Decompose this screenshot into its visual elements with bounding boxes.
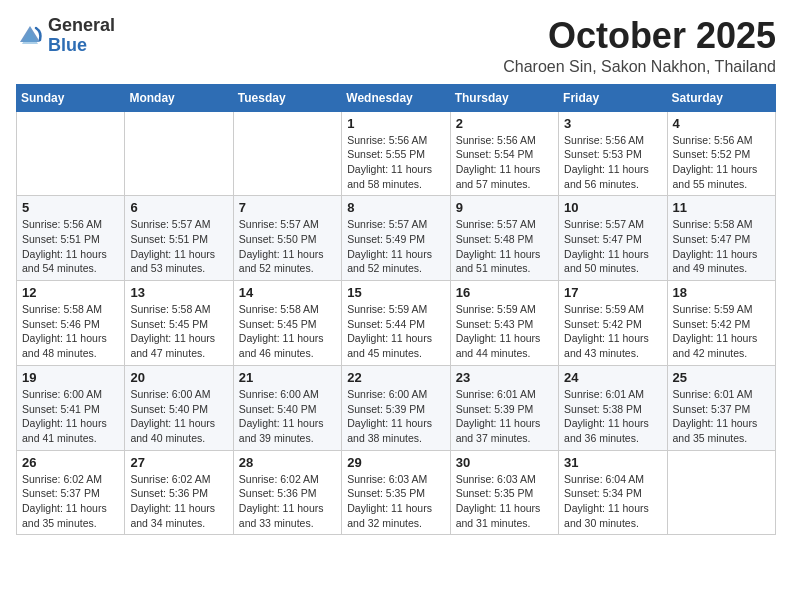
- day-info: Sunrise: 5:56 AM Sunset: 5:51 PM Dayligh…: [22, 217, 119, 276]
- calendar-day-cell: 12Sunrise: 5:58 AM Sunset: 5:46 PM Dayli…: [17, 281, 125, 366]
- day-number: 23: [456, 370, 553, 385]
- weekday-header-cell: Thursday: [450, 84, 558, 111]
- calendar-day-cell: 7Sunrise: 5:57 AM Sunset: 5:50 PM Daylig…: [233, 196, 341, 281]
- day-info: Sunrise: 5:59 AM Sunset: 5:44 PM Dayligh…: [347, 302, 444, 361]
- day-info: Sunrise: 6:02 AM Sunset: 5:36 PM Dayligh…: [130, 472, 227, 531]
- day-number: 2: [456, 116, 553, 131]
- day-info: Sunrise: 5:58 AM Sunset: 5:45 PM Dayligh…: [130, 302, 227, 361]
- calendar-week-row: 19Sunrise: 6:00 AM Sunset: 5:41 PM Dayli…: [17, 365, 776, 450]
- weekday-header-cell: Monday: [125, 84, 233, 111]
- day-info: Sunrise: 5:58 AM Sunset: 5:46 PM Dayligh…: [22, 302, 119, 361]
- calendar-body: 1Sunrise: 5:56 AM Sunset: 5:55 PM Daylig…: [17, 111, 776, 535]
- day-info: Sunrise: 6:01 AM Sunset: 5:39 PM Dayligh…: [456, 387, 553, 446]
- day-info: Sunrise: 5:57 AM Sunset: 5:47 PM Dayligh…: [564, 217, 661, 276]
- day-number: 19: [22, 370, 119, 385]
- day-info: Sunrise: 5:58 AM Sunset: 5:47 PM Dayligh…: [673, 217, 770, 276]
- calendar-day-cell: 10Sunrise: 5:57 AM Sunset: 5:47 PM Dayli…: [559, 196, 667, 281]
- weekday-header-cell: Saturday: [667, 84, 775, 111]
- day-info: Sunrise: 6:03 AM Sunset: 5:35 PM Dayligh…: [456, 472, 553, 531]
- calendar-day-cell: 5Sunrise: 5:56 AM Sunset: 5:51 PM Daylig…: [17, 196, 125, 281]
- day-info: Sunrise: 6:01 AM Sunset: 5:38 PM Dayligh…: [564, 387, 661, 446]
- calendar-day-cell: 15Sunrise: 5:59 AM Sunset: 5:44 PM Dayli…: [342, 281, 450, 366]
- weekday-header-cell: Friday: [559, 84, 667, 111]
- day-number: 9: [456, 200, 553, 215]
- month-title: October 2025: [503, 16, 776, 56]
- calendar-day-cell: 23Sunrise: 6:01 AM Sunset: 5:39 PM Dayli…: [450, 365, 558, 450]
- calendar-day-cell: 28Sunrise: 6:02 AM Sunset: 5:36 PM Dayli…: [233, 450, 341, 535]
- day-number: 20: [130, 370, 227, 385]
- calendar-day-cell: 9Sunrise: 5:57 AM Sunset: 5:48 PM Daylig…: [450, 196, 558, 281]
- calendar-day-cell: 24Sunrise: 6:01 AM Sunset: 5:38 PM Dayli…: [559, 365, 667, 450]
- day-number: 1: [347, 116, 444, 131]
- calendar-day-cell: 20Sunrise: 6:00 AM Sunset: 5:40 PM Dayli…: [125, 365, 233, 450]
- logo-icon: [16, 22, 44, 50]
- day-info: Sunrise: 6:01 AM Sunset: 5:37 PM Dayligh…: [673, 387, 770, 446]
- day-number: 16: [456, 285, 553, 300]
- title-area: October 2025 Charoen Sin, Sakon Nakhon, …: [503, 16, 776, 76]
- day-number: 3: [564, 116, 661, 131]
- day-number: 15: [347, 285, 444, 300]
- calendar-day-cell: 13Sunrise: 5:58 AM Sunset: 5:45 PM Dayli…: [125, 281, 233, 366]
- day-info: Sunrise: 5:56 AM Sunset: 5:54 PM Dayligh…: [456, 133, 553, 192]
- day-info: Sunrise: 6:00 AM Sunset: 5:39 PM Dayligh…: [347, 387, 444, 446]
- day-info: Sunrise: 5:56 AM Sunset: 5:55 PM Dayligh…: [347, 133, 444, 192]
- day-number: 13: [130, 285, 227, 300]
- day-number: 29: [347, 455, 444, 470]
- calendar-day-cell: 8Sunrise: 5:57 AM Sunset: 5:49 PM Daylig…: [342, 196, 450, 281]
- day-info: Sunrise: 5:59 AM Sunset: 5:42 PM Dayligh…: [564, 302, 661, 361]
- calendar-day-cell: 18Sunrise: 5:59 AM Sunset: 5:42 PM Dayli…: [667, 281, 775, 366]
- day-info: Sunrise: 5:59 AM Sunset: 5:43 PM Dayligh…: [456, 302, 553, 361]
- calendar-day-cell: 1Sunrise: 5:56 AM Sunset: 5:55 PM Daylig…: [342, 111, 450, 196]
- day-info: Sunrise: 6:03 AM Sunset: 5:35 PM Dayligh…: [347, 472, 444, 531]
- calendar-day-cell: 31Sunrise: 6:04 AM Sunset: 5:34 PM Dayli…: [559, 450, 667, 535]
- logo: General Blue: [16, 16, 115, 56]
- day-number: 10: [564, 200, 661, 215]
- calendar-day-cell: [233, 111, 341, 196]
- day-info: Sunrise: 6:00 AM Sunset: 5:41 PM Dayligh…: [22, 387, 119, 446]
- day-number: 30: [456, 455, 553, 470]
- calendar-day-cell: 2Sunrise: 5:56 AM Sunset: 5:54 PM Daylig…: [450, 111, 558, 196]
- calendar-week-row: 5Sunrise: 5:56 AM Sunset: 5:51 PM Daylig…: [17, 196, 776, 281]
- day-number: 25: [673, 370, 770, 385]
- day-info: Sunrise: 5:57 AM Sunset: 5:49 PM Dayligh…: [347, 217, 444, 276]
- day-info: Sunrise: 5:57 AM Sunset: 5:50 PM Dayligh…: [239, 217, 336, 276]
- calendar-day-cell: 6Sunrise: 5:57 AM Sunset: 5:51 PM Daylig…: [125, 196, 233, 281]
- day-number: 5: [22, 200, 119, 215]
- calendar-day-cell: 4Sunrise: 5:56 AM Sunset: 5:52 PM Daylig…: [667, 111, 775, 196]
- day-number: 18: [673, 285, 770, 300]
- day-info: Sunrise: 5:56 AM Sunset: 5:53 PM Dayligh…: [564, 133, 661, 192]
- day-number: 4: [673, 116, 770, 131]
- calendar-day-cell: [17, 111, 125, 196]
- calendar-day-cell: 22Sunrise: 6:00 AM Sunset: 5:39 PM Dayli…: [342, 365, 450, 450]
- calendar-day-cell: 11Sunrise: 5:58 AM Sunset: 5:47 PM Dayli…: [667, 196, 775, 281]
- day-info: Sunrise: 5:57 AM Sunset: 5:51 PM Dayligh…: [130, 217, 227, 276]
- calendar-week-row: 12Sunrise: 5:58 AM Sunset: 5:46 PM Dayli…: [17, 281, 776, 366]
- calendar-week-row: 26Sunrise: 6:02 AM Sunset: 5:37 PM Dayli…: [17, 450, 776, 535]
- weekday-header-row: SundayMondayTuesdayWednesdayThursdayFrid…: [17, 84, 776, 111]
- day-number: 14: [239, 285, 336, 300]
- day-number: 7: [239, 200, 336, 215]
- day-info: Sunrise: 5:59 AM Sunset: 5:42 PM Dayligh…: [673, 302, 770, 361]
- day-number: 22: [347, 370, 444, 385]
- day-number: 6: [130, 200, 227, 215]
- day-number: 31: [564, 455, 661, 470]
- calendar-day-cell: 19Sunrise: 6:00 AM Sunset: 5:41 PM Dayli…: [17, 365, 125, 450]
- calendar-day-cell: 29Sunrise: 6:03 AM Sunset: 5:35 PM Dayli…: [342, 450, 450, 535]
- day-info: Sunrise: 6:02 AM Sunset: 5:36 PM Dayligh…: [239, 472, 336, 531]
- calendar-day-cell: 26Sunrise: 6:02 AM Sunset: 5:37 PM Dayli…: [17, 450, 125, 535]
- day-number: 11: [673, 200, 770, 215]
- calendar-day-cell: 16Sunrise: 5:59 AM Sunset: 5:43 PM Dayli…: [450, 281, 558, 366]
- day-info: Sunrise: 5:58 AM Sunset: 5:45 PM Dayligh…: [239, 302, 336, 361]
- day-info: Sunrise: 5:56 AM Sunset: 5:52 PM Dayligh…: [673, 133, 770, 192]
- calendar-week-row: 1Sunrise: 5:56 AM Sunset: 5:55 PM Daylig…: [17, 111, 776, 196]
- day-info: Sunrise: 6:00 AM Sunset: 5:40 PM Dayligh…: [239, 387, 336, 446]
- day-number: 28: [239, 455, 336, 470]
- calendar-day-cell: 25Sunrise: 6:01 AM Sunset: 5:37 PM Dayli…: [667, 365, 775, 450]
- calendar-day-cell: 14Sunrise: 5:58 AM Sunset: 5:45 PM Dayli…: [233, 281, 341, 366]
- logo-blue-text: Blue: [48, 35, 87, 55]
- weekday-header-cell: Sunday: [17, 84, 125, 111]
- weekday-header-cell: Tuesday: [233, 84, 341, 111]
- location-title: Charoen Sin, Sakon Nakhon, Thailand: [503, 58, 776, 76]
- day-number: 17: [564, 285, 661, 300]
- weekday-header-cell: Wednesday: [342, 84, 450, 111]
